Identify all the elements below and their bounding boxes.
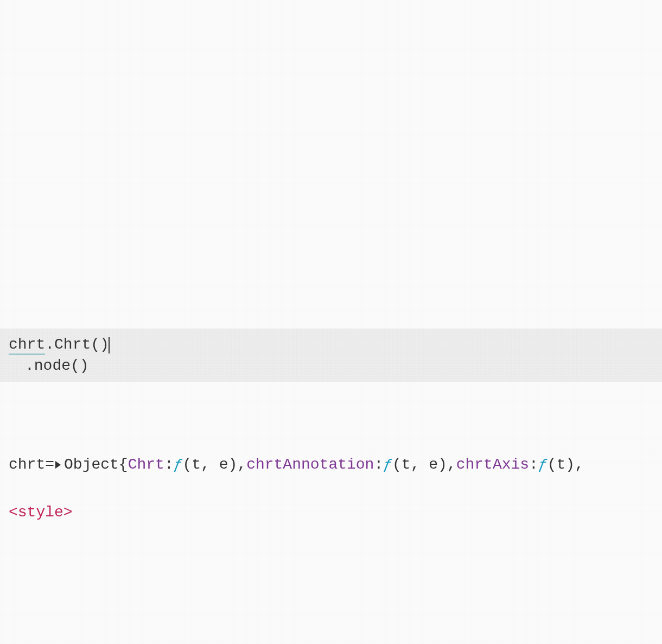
- result-variable-name: chrt: [9, 454, 45, 475]
- cell-output-area: [0, 0, 662, 329]
- expand-triangle-icon[interactable]: [55, 461, 61, 469]
- result-trailing-comma: ,: [575, 454, 584, 475]
- result-colon: :: [529, 454, 538, 475]
- code-cell[interactable]: chrt.Chrt() .node(): [0, 329, 662, 382]
- result-fn-symbol-0: ƒ: [174, 454, 183, 475]
- result-colon: :: [164, 454, 174, 475]
- assignment-result-line: chrt = Object {Chrt: ƒ(t, e), chrtAnnota…: [9, 454, 662, 475]
- result-comma: ,: [447, 454, 456, 475]
- style-tag-cell[interactable]: <style>: [9, 504, 73, 521]
- result-comma: ,: [237, 454, 246, 475]
- code-line-2[interactable]: .node(): [9, 355, 653, 376]
- result-fn-args-1: (t, e): [392, 454, 447, 475]
- code-method-call: .Chrt(): [45, 336, 109, 353]
- code-variable-reference: chrt: [9, 336, 45, 355]
- code-line-1[interactable]: chrt.Chrt(): [9, 334, 653, 355]
- result-object-label: Object: [64, 454, 119, 475]
- result-fn-symbol-1: ƒ: [383, 454, 392, 475]
- result-fn-args-0: (t, e): [183, 454, 238, 475]
- result-key-0: Chrt: [128, 454, 164, 475]
- result-key-2: chrtAxis: [456, 454, 529, 475]
- result-fn-symbol-2: ƒ: [538, 454, 548, 475]
- result-colon: :: [374, 454, 383, 475]
- result-equals: =: [45, 454, 54, 475]
- result-open-brace: {: [119, 454, 128, 475]
- html-style-tag: <style>: [9, 504, 73, 521]
- text-cursor: [109, 337, 110, 353]
- result-fn-args-2: (t): [548, 454, 575, 475]
- code-method-chain: .node(): [25, 357, 89, 374]
- result-key-1: chrtAnnotation: [246, 454, 374, 475]
